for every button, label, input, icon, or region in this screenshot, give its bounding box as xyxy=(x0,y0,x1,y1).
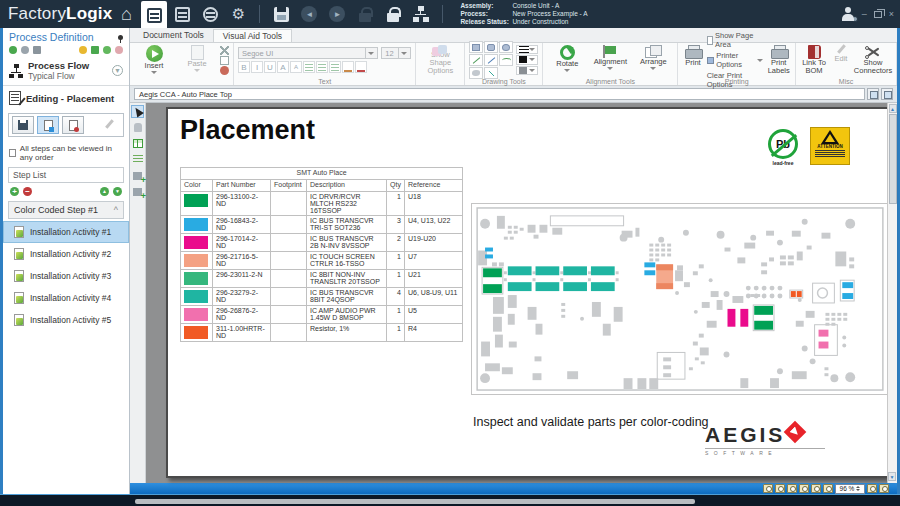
rounded-rect-tool[interactable] xyxy=(484,41,498,53)
arc-tool[interactable] xyxy=(499,54,513,66)
process-flow-row[interactable]: Process Flow Typical Flow ▼ xyxy=(3,56,129,85)
step-item-1[interactable]: Installation Activity #1 xyxy=(3,221,129,243)
align-center-button[interactable] xyxy=(316,61,328,73)
bold-button[interactable]: B xyxy=(238,61,250,73)
gear-icon[interactable] xyxy=(21,46,29,54)
step-group-header[interactable]: Color Coded Step #1 ^ xyxy=(8,201,124,219)
pin-icon[interactable] xyxy=(118,35,123,40)
align-right-button[interactable] xyxy=(329,61,341,73)
minimize-button[interactable]: – xyxy=(862,9,867,19)
line-color-select[interactable] xyxy=(516,55,538,64)
arrow-tool[interactable] xyxy=(484,54,498,66)
rect-tool[interactable] xyxy=(469,41,483,53)
refresh-icon[interactable] xyxy=(9,46,17,54)
step-item-2[interactable]: Installation Activity #2 xyxy=(3,243,129,265)
fill-color-select[interactable] xyxy=(516,66,538,75)
zoom-select-icon[interactable] xyxy=(775,484,785,493)
format-painter-icon[interactable] xyxy=(220,66,229,75)
zoom-in-icon[interactable] xyxy=(787,484,797,493)
tab-visual-aid-tools[interactable]: Visual Aid Tools xyxy=(213,29,292,42)
line-tool[interactable] xyxy=(469,54,483,66)
insert-button[interactable]: Insert xyxy=(134,45,174,75)
show-connectors-button[interactable]: Show Connectors xyxy=(854,45,892,75)
step-item-5[interactable]: Installation Activity #5 xyxy=(3,309,129,331)
printer-icon[interactable] xyxy=(33,46,41,54)
underline-button[interactable]: U xyxy=(264,61,276,73)
tab-document-tools[interactable]: Document Tools xyxy=(134,29,213,42)
reject-icon[interactable] xyxy=(115,46,123,54)
font-size-select[interactable]: 12 xyxy=(381,47,411,59)
copy-icon[interactable] xyxy=(220,56,229,65)
expand-arrow-icon[interactable]: ▼ xyxy=(112,65,123,76)
step-item-3[interactable]: Installation Activity #3 xyxy=(3,265,129,287)
zoom-fit-page-icon[interactable] xyxy=(823,484,833,493)
show-page-area-button[interactable]: Show Page Area xyxy=(707,31,764,49)
select-tool[interactable] xyxy=(131,105,144,118)
edit-button[interactable]: Edit xyxy=(831,45,851,75)
scroll-down-icon[interactable]: ▼ xyxy=(888,472,896,481)
zoom-level-spinner[interactable]: 96 % xyxy=(835,484,865,494)
pan-tool[interactable] xyxy=(131,121,144,134)
highlight-icon[interactable] xyxy=(79,46,87,54)
save-step-button[interactable] xyxy=(12,116,34,134)
pan-left-icon[interactable] xyxy=(867,484,877,493)
highlight-color-button[interactable] xyxy=(342,61,354,73)
table-tool[interactable] xyxy=(131,137,144,150)
import-step-button[interactable] xyxy=(37,116,59,134)
font-color-button[interactable] xyxy=(355,61,367,73)
npi-module-icon[interactable] xyxy=(141,1,167,29)
vertical-scrollbar[interactable]: ▲ ▼ xyxy=(887,103,897,483)
italic-button[interactable]: I xyxy=(251,61,263,73)
zoom-fit-width-icon[interactable] xyxy=(811,484,821,493)
paste-button[interactable]: Paste xyxy=(177,45,217,75)
back-button[interactable]: ◄ xyxy=(296,1,322,27)
font-family-select[interactable]: Segoe UI xyxy=(238,47,378,59)
forward-button[interactable]: ► xyxy=(324,1,350,27)
production-module-icon[interactable] xyxy=(169,1,195,27)
remove-step-button[interactable] xyxy=(62,116,84,134)
remove-step-list-button[interactable]: − xyxy=(23,187,32,196)
show-shape-options-button[interactable]: Show Shape Options xyxy=(420,45,460,75)
align-left-button[interactable] xyxy=(303,61,315,73)
step-item-4[interactable]: Installation Activity #4 xyxy=(3,287,129,309)
add-step-button[interactable]: + xyxy=(10,187,19,196)
arrange-button[interactable]: Arrange xyxy=(633,45,673,75)
float-window-icon[interactable] xyxy=(867,88,879,100)
settings-gear-icon[interactable]: ⚙ xyxy=(225,1,251,27)
maximize-doc-icon[interactable] xyxy=(881,88,893,100)
print-button[interactable]: Print xyxy=(682,45,703,75)
close-button[interactable]: × xyxy=(889,9,894,19)
home-icon[interactable]: ⌂ xyxy=(113,1,139,27)
process-tree-icon[interactable] xyxy=(408,1,434,27)
print-labels-button[interactable]: Print Labels xyxy=(766,45,791,75)
link-to-bom-button[interactable]: Link To BOM xyxy=(800,45,828,75)
alignment-button[interactable]: Alignment xyxy=(590,45,630,75)
list-tool[interactable] xyxy=(131,153,144,166)
document-canvas[interactable]: Placement Pb lead-free ATTENTION SMT Aut… xyxy=(146,103,897,483)
unlock-icon[interactable] xyxy=(352,1,378,27)
restore-button[interactable] xyxy=(874,11,882,18)
ellipse-tool[interactable] xyxy=(499,41,513,53)
zoom-out-icon[interactable] xyxy=(799,484,809,493)
add-column-tool[interactable] xyxy=(131,185,144,198)
edit-step-button[interactable] xyxy=(98,116,120,134)
add-row-tool[interactable] xyxy=(131,169,144,182)
move-down-button[interactable]: ▼ xyxy=(113,187,122,196)
collapse-icon[interactable]: ^ xyxy=(114,205,118,215)
cut-icon[interactable] xyxy=(220,46,229,55)
grow-font-button[interactable]: A xyxy=(277,61,289,73)
scroll-up-icon[interactable]: ▲ xyxy=(889,104,897,113)
line-style-select[interactable] xyxy=(516,45,538,54)
save-button[interactable] xyxy=(268,1,294,27)
lock-icon[interactable] xyxy=(380,1,406,27)
document-title-field[interactable]: Aegis CCA - Auto Place Top xyxy=(134,88,865,100)
any-order-checkbox[interactable] xyxy=(9,149,16,157)
shrink-font-button[interactable]: A xyxy=(290,61,302,73)
rotate-button[interactable]: Rotate xyxy=(547,45,587,75)
approve-icon[interactable] xyxy=(103,46,111,54)
scrollbar-thumb[interactable] xyxy=(889,114,897,204)
flag-icon[interactable] xyxy=(91,46,99,54)
windows-module-icon[interactable] xyxy=(197,1,223,27)
zoom-lock-icon[interactable] xyxy=(763,484,773,493)
document-page[interactable]: Placement Pb lead-free ATTENTION SMT Aut… xyxy=(166,107,892,478)
